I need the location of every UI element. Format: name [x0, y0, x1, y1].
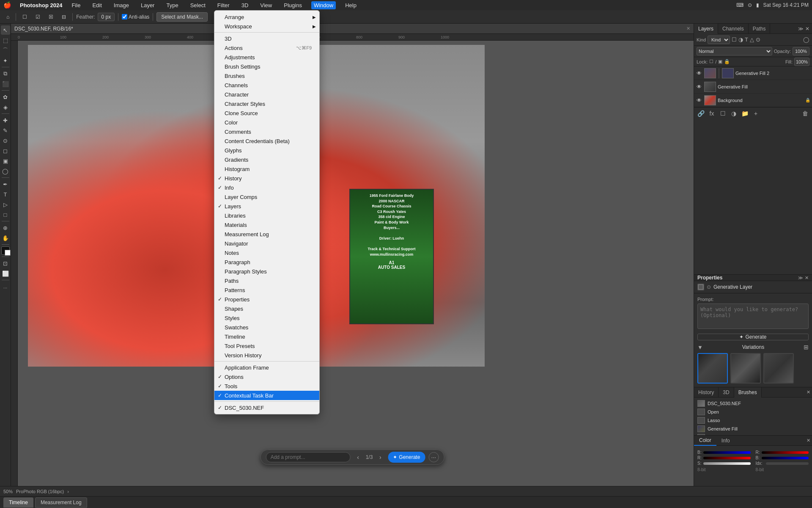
menu-item-content-credentials[interactable]: Content Credentials (Beta) — [214, 136, 319, 146]
menu-item-measurement-log[interactable]: Measurement Log — [214, 229, 319, 239]
variation-thumb-3[interactable] — [763, 353, 794, 384]
color-s-slider[interactable] — [703, 462, 751, 465]
canvas-content[interactable]: 1955 Ford Fairlane Body 2000 NASCAR Road… — [11, 41, 694, 486]
menu-item-info[interactable]: Info — [214, 183, 319, 192]
status-bar-arrow[interactable]: › — [67, 489, 69, 494]
layers-panel-expand-icon[interactable]: ≫ — [798, 26, 804, 32]
menu-item-actions[interactable]: Actions ⌥⌘F9 — [214, 43, 319, 52]
new-selection-btn[interactable]: ☐ — [19, 12, 30, 22]
menu-window[interactable]: Window — [311, 1, 336, 9]
variations-grid-icon[interactable]: ⊞ — [804, 344, 809, 351]
menu-item-layer-comps[interactable]: Layer Comps — [214, 192, 319, 202]
menu-item-patterns[interactable]: Patterns — [214, 285, 319, 295]
tab-layers[interactable]: Layers — [694, 24, 718, 34]
zoom-tool[interactable]: ⊕ — [1, 223, 10, 232]
menu-item-clone-source[interactable]: Clone Source — [214, 108, 319, 118]
tab-paths[interactable]: Paths — [749, 24, 771, 34]
filter-type-icon[interactable]: T — [745, 36, 748, 43]
color-b2-slider[interactable] — [762, 457, 809, 459]
menu-file[interactable]: File — [69, 1, 83, 9]
brush-tool[interactable]: ✎ — [1, 126, 10, 135]
menu-item-notes[interactable]: Notes — [214, 248, 319, 257]
pen-tool[interactable]: ✒ — [1, 179, 10, 189]
anti-alias-label[interactable]: Anti-alias — [122, 14, 149, 20]
filter-toggle[interactable]: ◯ — [803, 36, 809, 43]
extra-tools[interactable]: … — [1, 282, 10, 291]
add-effect-btn[interactable]: fx — [708, 109, 716, 118]
selection-tool[interactable]: ⬚ — [1, 36, 10, 45]
tab-color[interactable]: Color — [694, 436, 716, 446]
menu-item-layers[interactable]: Layers — [214, 202, 319, 211]
layers-kind-select[interactable]: Kind — [708, 36, 730, 44]
tab-3d[interactable]: 3D — [719, 387, 734, 398]
blend-mode-select[interactable]: Normal — [697, 47, 772, 55]
menu-3d[interactable]: 3D — [239, 1, 251, 9]
menu-item-histogram[interactable]: Histogram — [214, 164, 319, 174]
menu-item-tool-presets[interactable]: Tool Presets — [214, 341, 319, 351]
menu-item-brushes[interactable]: Brushes — [214, 71, 319, 80]
magic-wand-tool[interactable]: ✦ — [1, 56, 10, 65]
menu-item-color[interactable]: Color — [214, 118, 319, 127]
new-group-btn[interactable]: 📁 — [741, 109, 749, 118]
tab-brushes[interactable]: Brushes — [734, 387, 762, 398]
contextual-taskbar-next-btn[interactable]: › — [376, 453, 384, 461]
canvas-tab[interactable]: DSC_5030.NEF, RGB/16* ✕ — [11, 24, 694, 34]
new-fill-layer-btn[interactable]: ◑ — [730, 109, 738, 118]
tool-options-home[interactable]: ⌂ — [3, 12, 12, 22]
screen-mode-tool[interactable]: ⬜ — [1, 269, 10, 278]
menu-item-arrange[interactable]: Arrange — [214, 12, 319, 22]
color-b-slider[interactable] — [703, 451, 751, 454]
variation-thumb-1[interactable] — [697, 353, 728, 384]
menu-item-shapes[interactable]: Shapes — [214, 304, 319, 313]
properties-close-icon[interactable]: ✕ — [805, 275, 809, 281]
menu-filter[interactable]: Filter — [215, 1, 232, 9]
menu-edit[interactable]: Edit — [90, 1, 104, 9]
menu-item-timeline[interactable]: Timeline — [214, 332, 319, 341]
menu-item-dsc5030[interactable]: DSC_5030.NEF — [214, 403, 319, 412]
feather-input[interactable] — [98, 13, 115, 21]
color-r2-slider[interactable] — [762, 451, 809, 454]
menu-help[interactable]: Help — [343, 1, 359, 9]
foreground-color[interactable] — [1, 246, 10, 255]
shape-tool[interactable]: □ — [1, 210, 10, 219]
history-item-2[interactable]: Open — [696, 408, 810, 416]
menu-item-swatches[interactable]: Swatches — [214, 323, 319, 332]
dodge-tool[interactable]: ◯ — [1, 166, 10, 176]
history-item-1[interactable]: DSC_5030.NEF — [696, 399, 810, 408]
new-layer-btn[interactable]: + — [752, 109, 760, 118]
delete-layer-btn[interactable]: 🗑 — [801, 109, 809, 118]
menu-item-paragraph[interactable]: Paragraph — [214, 257, 319, 267]
menu-item-brush-settings[interactable]: Brush Settings — [214, 62, 319, 71]
crop-tool[interactable]: ⧉ — [1, 69, 10, 78]
menu-view[interactable]: View — [258, 1, 274, 9]
menu-item-materials[interactable]: Materials — [214, 220, 319, 229]
text-tool[interactable]: T — [1, 190, 10, 199]
menu-layer[interactable]: Layer — [138, 1, 157, 9]
history-item-4[interactable]: Generative Fill — [696, 425, 810, 433]
apple-menu[interactable]: 🍎 — [3, 1, 11, 9]
menu-item-3d[interactable]: 3D — [214, 34, 319, 43]
eraser-tool[interactable]: ◻ — [1, 146, 10, 155]
menu-item-libraries[interactable]: Libraries — [214, 211, 319, 220]
filter-smart-icon[interactable]: ⊙ — [756, 36, 760, 43]
menu-item-comments[interactable]: Comments — [214, 127, 319, 136]
variation-thumb-2[interactable] — [730, 353, 761, 384]
filter-pixel-icon[interactable]: ☐ — [732, 36, 737, 43]
color-idx-slider[interactable] — [766, 462, 809, 465]
layer-visibility-icon-1[interactable]: 👁 — [696, 70, 702, 77]
bottom-tab-measurement-log[interactable]: Measurement Log — [35, 497, 87, 508]
menu-item-properties[interactable]: Properties — [214, 295, 319, 304]
properties-expand-icon[interactable]: ≫ — [798, 275, 803, 281]
add-mask-btn[interactable]: ☐ — [719, 109, 727, 118]
lock-pixels-icon[interactable]: / — [715, 59, 716, 64]
gradient-tool[interactable]: ▣ — [1, 156, 10, 166]
hand-tool[interactable]: ✋ — [1, 233, 10, 243]
menu-item-character[interactable]: Character — [214, 90, 319, 99]
filter-adjustment-icon[interactable]: ◑ — [738, 36, 743, 43]
menu-item-styles[interactable]: Styles — [214, 313, 319, 323]
menu-item-adjustments[interactable]: Adjustments — [214, 52, 319, 62]
menu-item-navigator[interactable]: Navigator — [214, 239, 319, 248]
layer-item-background[interactable]: 👁 Background 🔒 — [694, 94, 812, 107]
layer-item-gen-fill-2[interactable]: 👁 Generative Fill 2 — [694, 66, 812, 80]
menu-plugins[interactable]: Plugins — [281, 1, 304, 9]
